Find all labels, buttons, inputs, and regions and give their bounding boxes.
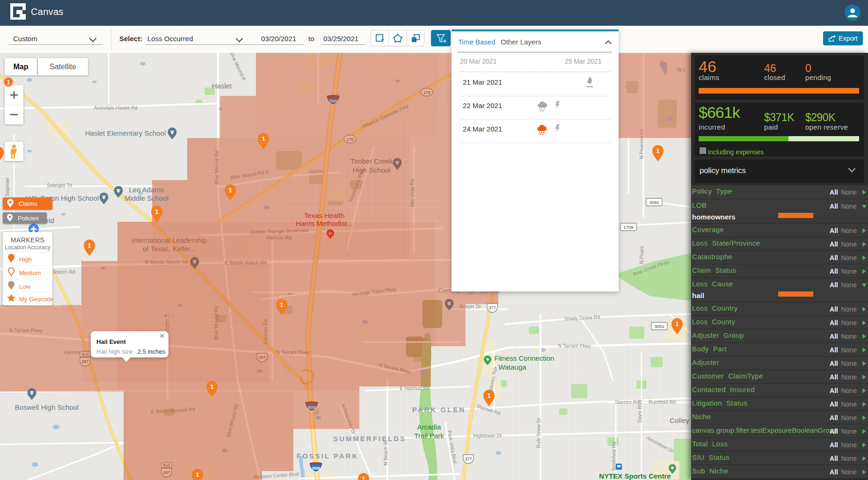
svg-text:Leo Adams: Leo Adams [129, 186, 164, 194]
svg-text:Colley: Colley [670, 416, 689, 424]
svg-text:N Pears: N Pears [639, 246, 644, 264]
svg-text:Starnes Rd: Starnes Rd [615, 399, 640, 405]
svg-text:Rumfield Rd: Rumfield Rd [649, 399, 676, 405]
svg-text:Boswell High School: Boswell High School [15, 403, 79, 411]
svg-text:Haslet Elementary School: Haslet Elementary School [85, 129, 166, 137]
svg-text:N Beach St: N Beach St [383, 440, 388, 465]
svg-text:Sebright Trl: Sebright Trl [47, 182, 72, 188]
svg-text:Hightower Dr: Hightower Dr [473, 433, 502, 438]
svg-text:35W: 35W [312, 466, 321, 471]
svg-text:Rufe Snow Dr: Rufe Snow Dr [536, 417, 541, 448]
svg-text:Arcadia: Arcadia [417, 423, 442, 431]
svg-text:N Tarrant Pkwy: N Tarrant Pkwy [558, 343, 592, 349]
svg-text:3001: 3001 [654, 324, 664, 329]
svg-text:PARK GLEN: PARK GLEN [412, 406, 466, 414]
svg-text:4091: 4091 [649, 200, 659, 205]
svg-text:Trail Park: Trail Park [414, 432, 444, 440]
svg-text:NYTEX Sports Centre: NYTEX Sports Centre [599, 472, 671, 480]
svg-text:Davis Blvd: Davis Blvd [637, 400, 642, 423]
svg-text:FOSSIL PARK: FOSSIL PARK [297, 452, 358, 460]
svg-text:SUMMERFIELDS: SUMMERFIELDS [333, 435, 406, 443]
svg-text:377: 377 [489, 305, 496, 310]
svg-text:- Watauga: - Watauga [494, 363, 526, 371]
svg-text:Fitness Connection: Fitness Connection [494, 354, 554, 362]
svg-text:377: 377 [465, 457, 472, 461]
svg-text:Middle School: Middle School [124, 194, 168, 202]
svg-text:Avondale-Haslet Rd: Avondale-Haslet Rd [94, 105, 137, 110]
svg-text:Haslet: Haslet [212, 82, 232, 90]
svg-text:1709: 1709 [623, 225, 633, 230]
